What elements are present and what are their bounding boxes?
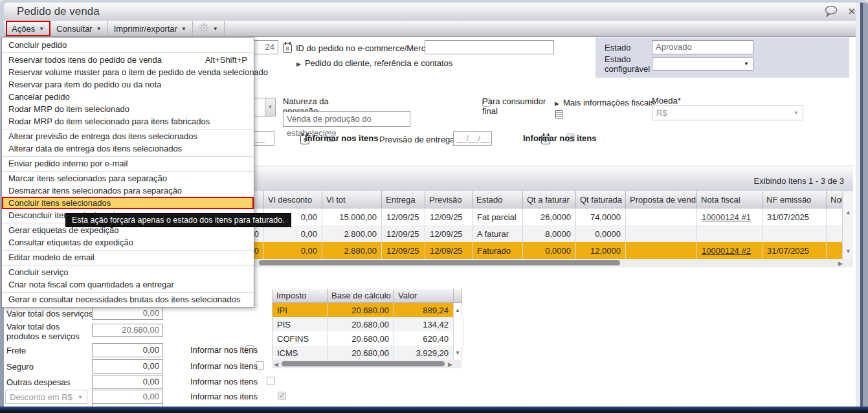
table-cell[interactable]: PIS xyxy=(273,317,328,331)
tax-hscrollbar[interactable] xyxy=(272,360,462,368)
table-cell[interactable]: 15.000,00 xyxy=(322,208,382,225)
menu-item[interactable]: Reservar todos itens do pedido de vendaA… xyxy=(2,54,254,66)
scroll-right-icon[interactable] xyxy=(838,260,843,267)
table-cell[interactable]: Fat parcial xyxy=(473,208,523,225)
table-cell[interactable]: 12,0000 xyxy=(576,242,626,259)
menu-item[interactable]: Concluir serviço xyxy=(2,266,254,278)
table-cell[interactable]: IPI xyxy=(273,303,328,317)
table-cell[interactable] xyxy=(697,225,762,242)
table-cell[interactable]: 31/07/2025 xyxy=(762,242,827,259)
table-cell[interactable]: 12/09/25 xyxy=(425,225,473,242)
col-header-nota-fiscal[interactable]: Nota fiscal xyxy=(697,191,762,208)
menu-item[interactable]: Consultar etiquetas de expedição xyxy=(2,236,254,249)
col-header-entrega[interactable]: Entrega xyxy=(382,191,425,208)
hscroll-thumb[interactable] xyxy=(259,260,620,265)
menu-item[interactable]: Reservar para item do pedido ou da nota xyxy=(2,78,254,91)
mais-info-fiscais-toggle[interactable]: Mais informações fiscais xyxy=(555,98,655,107)
menu-item[interactable]: Editar modelo de email xyxy=(2,251,254,263)
scroll-up-icon[interactable] xyxy=(845,209,851,216)
table-cell[interactable]: 2.800,00 xyxy=(322,225,382,242)
col-header-vl-tot[interactable]: Vl tot xyxy=(322,191,382,208)
col-header-valor[interactable]: Valor xyxy=(394,289,454,303)
menu-item[interactable]: Rodar MRP do item selecionado xyxy=(2,103,254,115)
menu-item[interactable]: Gerar e consultar necessidades brutas do… xyxy=(2,293,254,306)
menu-item[interactable]: Alterar data de entrega dos itens seleci… xyxy=(2,142,254,155)
col-header-nf-emissao[interactable]: NF emissão xyxy=(762,191,827,208)
table-cell[interactable]: 12/09/25 xyxy=(382,225,425,242)
col-header-not[interactable]: Not xyxy=(827,191,843,208)
table-cell[interactable]: 0,0000 xyxy=(523,242,576,259)
menu-item[interactable]: Marcar itens selecionados para separação xyxy=(2,172,254,184)
col-header-vl-desconto[interactable]: Vl desconto xyxy=(264,191,322,208)
table-cell[interactable]: 31/07/2025 xyxy=(762,208,827,225)
estado-configuravel-select[interactable] xyxy=(652,57,753,71)
table-cell[interactable]: 12/09/25 xyxy=(382,242,425,259)
col-header-estado[interactable]: Estado xyxy=(473,191,523,208)
menu-item[interactable]: Cancelar pedido xyxy=(2,91,254,103)
table-cell[interactable]: 20.680,00 xyxy=(328,346,394,360)
ecommerce-id-input[interactable] xyxy=(425,40,554,54)
table-cell[interactable]: 12/09/25 xyxy=(382,208,425,225)
nota-fiscal-link[interactable]: 10000124 #2 xyxy=(702,246,751,256)
col-header-base-calculo[interactable]: Base de cálculo xyxy=(328,289,394,303)
table-cell[interactable]: 0,00 xyxy=(264,242,322,259)
menu-item[interactable]: Concluir pedido xyxy=(2,39,254,51)
table-cell[interactable]: 889,24 xyxy=(394,303,454,317)
calendar-icon[interactable] xyxy=(283,43,292,53)
col-header-previsao[interactable]: Previsão xyxy=(425,191,473,208)
table-cell[interactable]: 2.880,00 xyxy=(322,242,382,259)
table-cell[interactable]: ICMS xyxy=(273,346,328,360)
menu-item-concluir-itens-selecionados[interactable]: Concluir itens selecionados xyxy=(2,197,254,209)
scroll-right-icon[interactable] xyxy=(448,361,452,368)
table-cell[interactable] xyxy=(626,225,697,242)
col-header-qt-a-faturar[interactable]: Qt a faturar xyxy=(523,191,576,208)
table-cell[interactable] xyxy=(762,225,827,242)
seguro-field[interactable]: 0,00 xyxy=(92,359,163,374)
nota-fiscal-link[interactable]: 10000124 #1 xyxy=(702,212,751,222)
table-cell[interactable]: 12/09/25 xyxy=(425,242,473,259)
comment-icon[interactable] xyxy=(824,5,838,19)
table-cell[interactable]: 20.680,00 xyxy=(328,331,394,346)
menu-consultar-button[interactable]: Consultar xyxy=(50,21,108,36)
previsao-entrega-field[interactable]: __/__/__ xyxy=(453,131,492,146)
table-cell[interactable]: 3.929,20 xyxy=(394,346,454,360)
menu-item[interactable]: Reservar volume master para o item de pe… xyxy=(2,66,254,78)
table-cell[interactable]: 0,00 xyxy=(264,225,322,242)
natureza-field[interactable]: Venda de produção do estabelecime xyxy=(283,111,410,127)
table-cell[interactable] xyxy=(626,242,697,259)
table-cell[interactable]: 74,0000 xyxy=(576,208,626,225)
frete-field[interactable]: 0,00 xyxy=(92,343,163,357)
tax-scroll-cell[interactable] xyxy=(454,346,462,360)
outras-despesas-field[interactable]: 0,00 xyxy=(92,375,163,389)
table-cell[interactable] xyxy=(827,208,843,225)
items-vscrollbar[interactable] xyxy=(842,191,853,259)
table-cell[interactable]: 8,0000 xyxy=(523,225,576,242)
menu-item[interactable]: Enviar pedido interno por e-mail xyxy=(2,157,254,170)
col-header-qt-faturada[interactable]: Qt faturada xyxy=(576,191,626,208)
menu-imprimir-button[interactable]: Imprimir/exportar xyxy=(108,21,193,36)
hscroll-thumb[interactable] xyxy=(282,361,445,366)
document-icon[interactable] xyxy=(555,110,562,118)
table-cell[interactable]: 0,0000 xyxy=(576,225,626,242)
table-cell[interactable]: 20.680,00 xyxy=(328,317,394,331)
scroll-down-icon[interactable] xyxy=(845,248,851,254)
menu-item[interactable]: Desmarcar itens selecionados para separa… xyxy=(2,184,254,197)
order-date-field[interactable]: 24 xyxy=(251,40,278,54)
desconto-field[interactable]: 0,00 xyxy=(92,390,163,404)
partial-combobox[interactable] xyxy=(252,98,276,117)
table-cell[interactable] xyxy=(626,208,697,225)
table-cell[interactable]: Faturado xyxy=(473,242,523,259)
menu-acoes-button[interactable]: Ações xyxy=(6,21,50,36)
settings-menu-button[interactable] xyxy=(193,21,225,36)
table-cell[interactable]: 12/09/25 xyxy=(425,208,473,225)
scroll-down-icon[interactable] xyxy=(455,350,461,356)
table-cell[interactable]: 20.680,00 xyxy=(328,303,394,317)
table-cell[interactable] xyxy=(827,225,843,242)
scroll-up-icon[interactable] xyxy=(455,307,461,313)
table-cell[interactable]: COFINS xyxy=(273,331,328,346)
menu-item[interactable]: Criar nota fiscal com quantidades a entr… xyxy=(2,278,254,291)
table-cell[interactable]: 134,42 xyxy=(394,317,454,331)
informar-itens-outras-checkbox[interactable] xyxy=(267,377,275,385)
table-cell[interactable]: 26,0000 xyxy=(523,208,576,225)
col-header-proposta[interactable]: Proposta de venda xyxy=(626,191,697,208)
